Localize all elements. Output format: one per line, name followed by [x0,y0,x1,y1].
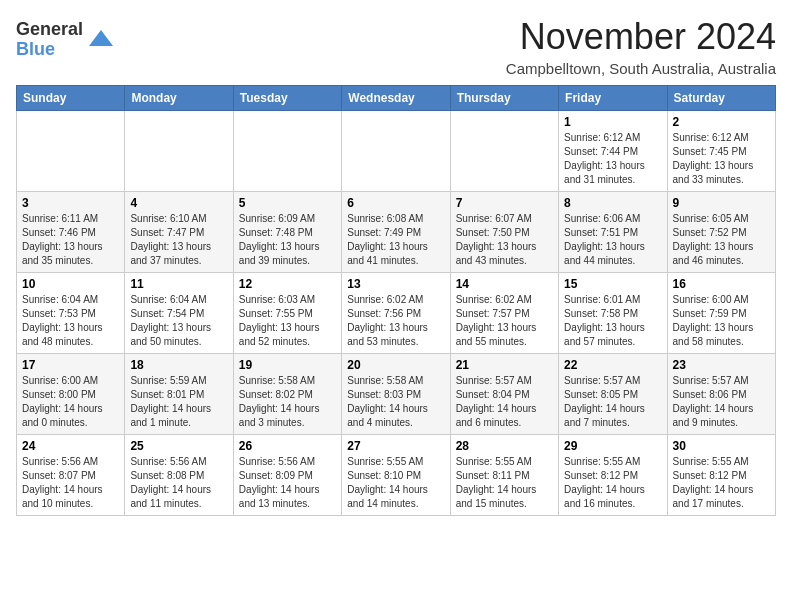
day-number: 5 [239,196,336,210]
day-info: Sunrise: 5:58 AM Sunset: 8:03 PM Dayligh… [347,374,444,430]
day-info: Sunrise: 6:04 AM Sunset: 7:54 PM Dayligh… [130,293,227,349]
day-number: 21 [456,358,553,372]
calendar-cell: 1Sunrise: 6:12 AM Sunset: 7:44 PM Daylig… [559,111,667,192]
calendar-cell: 5Sunrise: 6:09 AM Sunset: 7:48 PM Daylig… [233,192,341,273]
day-number: 28 [456,439,553,453]
calendar-cell: 8Sunrise: 6:06 AM Sunset: 7:51 PM Daylig… [559,192,667,273]
day-number: 30 [673,439,770,453]
day-info: Sunrise: 5:57 AM Sunset: 8:06 PM Dayligh… [673,374,770,430]
day-number: 27 [347,439,444,453]
day-info: Sunrise: 5:57 AM Sunset: 8:04 PM Dayligh… [456,374,553,430]
day-number: 13 [347,277,444,291]
day-header-monday: Monday [125,86,233,111]
calendar-cell: 25Sunrise: 5:56 AM Sunset: 8:08 PM Dayli… [125,435,233,516]
calendar-cell: 26Sunrise: 5:56 AM Sunset: 8:09 PM Dayli… [233,435,341,516]
day-number: 19 [239,358,336,372]
day-number: 9 [673,196,770,210]
day-info: Sunrise: 6:10 AM Sunset: 7:47 PM Dayligh… [130,212,227,268]
day-info: Sunrise: 6:00 AM Sunset: 7:59 PM Dayligh… [673,293,770,349]
calendar-cell [342,111,450,192]
day-info: Sunrise: 5:56 AM Sunset: 8:07 PM Dayligh… [22,455,119,511]
calendar-cell: 6Sunrise: 6:08 AM Sunset: 7:49 PM Daylig… [342,192,450,273]
calendar-week-2: 3Sunrise: 6:11 AM Sunset: 7:46 PM Daylig… [17,192,776,273]
day-number: 4 [130,196,227,210]
day-header-wednesday: Wednesday [342,86,450,111]
logo-icon [87,26,115,54]
day-header-tuesday: Tuesday [233,86,341,111]
location-title: Campbelltown, South Australia, Australia [506,60,776,77]
calendar-cell: 21Sunrise: 5:57 AM Sunset: 8:04 PM Dayli… [450,354,558,435]
calendar-week-3: 10Sunrise: 6:04 AM Sunset: 7:53 PM Dayli… [17,273,776,354]
day-info: Sunrise: 6:02 AM Sunset: 7:57 PM Dayligh… [456,293,553,349]
svg-marker-0 [89,30,113,46]
calendar-cell: 10Sunrise: 6:04 AM Sunset: 7:53 PM Dayli… [17,273,125,354]
day-number: 26 [239,439,336,453]
day-number: 22 [564,358,661,372]
day-info: Sunrise: 6:04 AM Sunset: 7:53 PM Dayligh… [22,293,119,349]
calendar-cell: 2Sunrise: 6:12 AM Sunset: 7:45 PM Daylig… [667,111,775,192]
logo-blue: Blue [16,40,83,60]
day-info: Sunrise: 5:55 AM Sunset: 8:12 PM Dayligh… [564,455,661,511]
day-number: 3 [22,196,119,210]
calendar-cell: 22Sunrise: 5:57 AM Sunset: 8:05 PM Dayli… [559,354,667,435]
day-number: 17 [22,358,119,372]
day-info: Sunrise: 6:06 AM Sunset: 7:51 PM Dayligh… [564,212,661,268]
day-number: 20 [347,358,444,372]
day-info: Sunrise: 5:58 AM Sunset: 8:02 PM Dayligh… [239,374,336,430]
day-info: Sunrise: 5:55 AM Sunset: 8:11 PM Dayligh… [456,455,553,511]
day-number: 24 [22,439,119,453]
day-number: 12 [239,277,336,291]
month-title: November 2024 [506,16,776,58]
day-number: 29 [564,439,661,453]
day-info: Sunrise: 6:11 AM Sunset: 7:46 PM Dayligh… [22,212,119,268]
calendar-week-5: 24Sunrise: 5:56 AM Sunset: 8:07 PM Dayli… [17,435,776,516]
calendar-cell: 18Sunrise: 5:59 AM Sunset: 8:01 PM Dayli… [125,354,233,435]
calendar-cell: 20Sunrise: 5:58 AM Sunset: 8:03 PM Dayli… [342,354,450,435]
day-number: 15 [564,277,661,291]
day-info: Sunrise: 6:08 AM Sunset: 7:49 PM Dayligh… [347,212,444,268]
day-number: 10 [22,277,119,291]
day-number: 8 [564,196,661,210]
calendar-week-4: 17Sunrise: 6:00 AM Sunset: 8:00 PM Dayli… [17,354,776,435]
calendar-cell: 7Sunrise: 6:07 AM Sunset: 7:50 PM Daylig… [450,192,558,273]
day-number: 6 [347,196,444,210]
calendar-cell: 24Sunrise: 5:56 AM Sunset: 8:07 PM Dayli… [17,435,125,516]
calendar-cell [17,111,125,192]
day-info: Sunrise: 5:56 AM Sunset: 8:08 PM Dayligh… [130,455,227,511]
calendar-cell: 14Sunrise: 6:02 AM Sunset: 7:57 PM Dayli… [450,273,558,354]
calendar-cell: 4Sunrise: 6:10 AM Sunset: 7:47 PM Daylig… [125,192,233,273]
calendar-cell [125,111,233,192]
day-info: Sunrise: 6:07 AM Sunset: 7:50 PM Dayligh… [456,212,553,268]
calendar-cell [233,111,341,192]
day-header-saturday: Saturday [667,86,775,111]
day-number: 16 [673,277,770,291]
day-number: 18 [130,358,227,372]
logo: General Blue [16,20,115,60]
day-number: 14 [456,277,553,291]
day-info: Sunrise: 5:55 AM Sunset: 8:12 PM Dayligh… [673,455,770,511]
logo-general: General [16,20,83,40]
day-info: Sunrise: 6:00 AM Sunset: 8:00 PM Dayligh… [22,374,119,430]
calendar-cell: 15Sunrise: 6:01 AM Sunset: 7:58 PM Dayli… [559,273,667,354]
day-header-sunday: Sunday [17,86,125,111]
day-info: Sunrise: 6:09 AM Sunset: 7:48 PM Dayligh… [239,212,336,268]
day-number: 11 [130,277,227,291]
calendar-header-row: SundayMondayTuesdayWednesdayThursdayFrid… [17,86,776,111]
calendar-cell: 17Sunrise: 6:00 AM Sunset: 8:00 PM Dayli… [17,354,125,435]
calendar-cell: 3Sunrise: 6:11 AM Sunset: 7:46 PM Daylig… [17,192,125,273]
day-number: 2 [673,115,770,129]
day-info: Sunrise: 5:59 AM Sunset: 8:01 PM Dayligh… [130,374,227,430]
page-header: General Blue November 2024 Campbelltown,… [16,16,776,77]
day-info: Sunrise: 6:02 AM Sunset: 7:56 PM Dayligh… [347,293,444,349]
calendar-table: SundayMondayTuesdayWednesdayThursdayFrid… [16,85,776,516]
day-info: Sunrise: 6:01 AM Sunset: 7:58 PM Dayligh… [564,293,661,349]
day-info: Sunrise: 6:05 AM Sunset: 7:52 PM Dayligh… [673,212,770,268]
calendar-cell: 19Sunrise: 5:58 AM Sunset: 8:02 PM Dayli… [233,354,341,435]
day-header-friday: Friday [559,86,667,111]
calendar-cell: 29Sunrise: 5:55 AM Sunset: 8:12 PM Dayli… [559,435,667,516]
day-info: Sunrise: 6:12 AM Sunset: 7:44 PM Dayligh… [564,131,661,187]
title-section: November 2024 Campbelltown, South Austra… [506,16,776,77]
day-number: 7 [456,196,553,210]
calendar-cell [450,111,558,192]
calendar-cell: 28Sunrise: 5:55 AM Sunset: 8:11 PM Dayli… [450,435,558,516]
